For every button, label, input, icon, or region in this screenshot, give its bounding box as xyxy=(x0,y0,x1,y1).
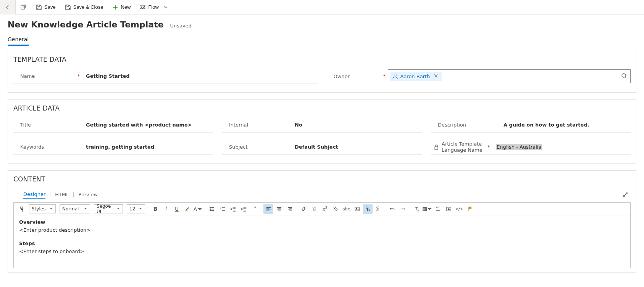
outdent-button[interactable] xyxy=(228,204,238,214)
save-label: Save xyxy=(44,4,56,10)
field-value[interactable]: No xyxy=(291,122,422,128)
popout-button[interactable] xyxy=(16,0,31,14)
bold-button[interactable]: B xyxy=(150,204,160,214)
media-button[interactable] xyxy=(444,204,454,214)
svg-point-7 xyxy=(210,210,210,211)
field-label: Article Template Language Name xyxy=(442,141,485,153)
lock-icon xyxy=(433,144,439,150)
svg-rect-12 xyxy=(423,207,427,210)
owner-lookup-input[interactable]: Aaron Barth xyxy=(388,69,631,83)
table-button[interactable] xyxy=(422,204,432,214)
page-title: New Knowledge Article Template xyxy=(8,20,164,29)
styles-select[interactable]: Styles xyxy=(29,204,56,213)
paragraph-format-select[interactable]: Normal xyxy=(60,204,90,213)
expand-button[interactable] xyxy=(620,189,631,201)
field-description[interactable]: Description A guide on how to get starte… xyxy=(431,117,631,133)
field-value[interactable]: A guide on how to get started. xyxy=(500,122,631,128)
back-button[interactable] xyxy=(0,0,15,14)
highlight-button[interactable] xyxy=(182,204,192,214)
strikethrough-button[interactable]: abc xyxy=(341,204,351,214)
image-button[interactable] xyxy=(352,204,362,214)
subtab-html[interactable]: HTML xyxy=(55,191,69,198)
underline-button[interactable]: U xyxy=(172,204,182,214)
font-family-select[interactable]: Segoe UI xyxy=(94,204,123,213)
editor-paragraph[interactable]: <Enter steps to onboard> xyxy=(19,249,625,254)
clear-formatting-button[interactable] xyxy=(412,204,421,214)
field-label: Internal xyxy=(229,122,248,128)
flow-button[interactable]: Flow xyxy=(135,0,173,14)
blockquote-button[interactable]: ” xyxy=(250,204,260,214)
field-name[interactable]: Name * Getting Started xyxy=(13,69,318,84)
superscript-button[interactable]: x2 xyxy=(320,204,330,214)
subtab-preview[interactable]: Preview xyxy=(78,191,98,198)
flag-button[interactable] xyxy=(465,204,475,214)
ltr-button[interactable] xyxy=(363,204,373,214)
source-button[interactable]: </> xyxy=(454,204,464,214)
field-label: Title xyxy=(20,122,31,128)
field-value[interactable]: training, getting started xyxy=(82,144,213,150)
save-close-button[interactable]: Save & Close xyxy=(60,0,108,14)
subscript-button[interactable]: x2 xyxy=(331,204,341,214)
field-value: English - Australia xyxy=(492,144,631,150)
rtl-button[interactable] xyxy=(373,204,383,214)
editor-subtabs: Designer HTML Preview xyxy=(23,191,98,199)
editor-heading[interactable]: Overview xyxy=(19,219,625,225)
field-label: Owner xyxy=(334,74,350,79)
person-icon xyxy=(392,73,398,79)
field-value[interactable]: Getting Started xyxy=(82,73,318,79)
page-header: New Knowledge Article Template - Unsaved… xyxy=(0,14,644,46)
unlink-button[interactable] xyxy=(309,204,319,214)
save-close-label: Save & Close xyxy=(73,4,103,10)
save-button[interactable]: Save xyxy=(31,0,60,14)
popout-icon xyxy=(20,4,26,10)
format-painter-button[interactable] xyxy=(17,204,27,214)
svg-rect-0 xyxy=(21,6,24,9)
field-label: Description xyxy=(438,122,466,128)
embed-button[interactable] xyxy=(433,204,443,214)
back-arrow-icon xyxy=(5,4,11,10)
align-left-button[interactable] xyxy=(263,204,273,214)
redo-button[interactable] xyxy=(398,204,408,214)
indent-button[interactable] xyxy=(239,204,249,214)
italic-button[interactable]: I xyxy=(161,204,171,214)
remove-owner-button[interactable] xyxy=(432,74,440,79)
field-internal[interactable]: Internal No xyxy=(222,117,422,133)
section-article-data: ARTICLE DATA Title Getting started with … xyxy=(8,99,636,164)
field-value[interactable]: Getting started with <product name> xyxy=(82,122,213,128)
align-right-button[interactable] xyxy=(285,204,295,214)
undo-button[interactable] xyxy=(387,204,397,214)
section-title: TEMPLATE DATA xyxy=(13,56,631,63)
svg-rect-4 xyxy=(185,211,189,211)
new-label: New xyxy=(121,4,131,10)
required-indicator: * xyxy=(487,144,490,150)
field-subject[interactable]: Subject Default Subject xyxy=(222,139,422,155)
page-title-suffix: - Unsaved xyxy=(167,23,192,29)
owner-chip[interactable]: Aaron Barth xyxy=(390,72,442,81)
chevron-down-icon xyxy=(163,4,169,10)
richtext-toolbar: Styles Normal Segoe UI 12 B I U A 12 ” x… xyxy=(13,202,631,215)
field-value[interactable]: Default Subject xyxy=(291,144,422,150)
editor-heading[interactable]: Steps xyxy=(19,241,625,246)
tab-bar: General xyxy=(8,33,636,46)
lookup-search-button[interactable] xyxy=(621,73,627,80)
new-button[interactable]: New xyxy=(108,0,135,14)
link-button[interactable] xyxy=(299,204,308,214)
richtext-editor[interactable]: Overview <Enter product description> Ste… xyxy=(13,215,631,268)
field-language: Article Template Language Name * English… xyxy=(431,139,631,155)
svg-text:2: 2 xyxy=(220,208,221,210)
bullet-list-button[interactable] xyxy=(207,204,217,214)
field-keywords[interactable]: Keywords training, getting started xyxy=(13,139,213,155)
save-close-icon xyxy=(65,4,71,10)
editor-paragraph[interactable]: <Enter product description> xyxy=(19,227,625,233)
numbered-list-button[interactable]: 12 xyxy=(218,204,228,214)
field-label: Keywords xyxy=(20,144,44,150)
field-title[interactable]: Title Getting started with <product name… xyxy=(13,117,213,133)
separator xyxy=(73,192,74,197)
font-size-select[interactable]: 12 xyxy=(127,204,145,213)
subtab-designer[interactable]: Designer xyxy=(23,191,45,199)
save-icon xyxy=(36,4,42,10)
owner-chip-label: Aaron Barth xyxy=(400,74,430,79)
align-center-button[interactable] xyxy=(274,204,284,214)
tab-general[interactable]: General xyxy=(8,33,29,46)
font-color-button[interactable]: A xyxy=(193,204,203,214)
